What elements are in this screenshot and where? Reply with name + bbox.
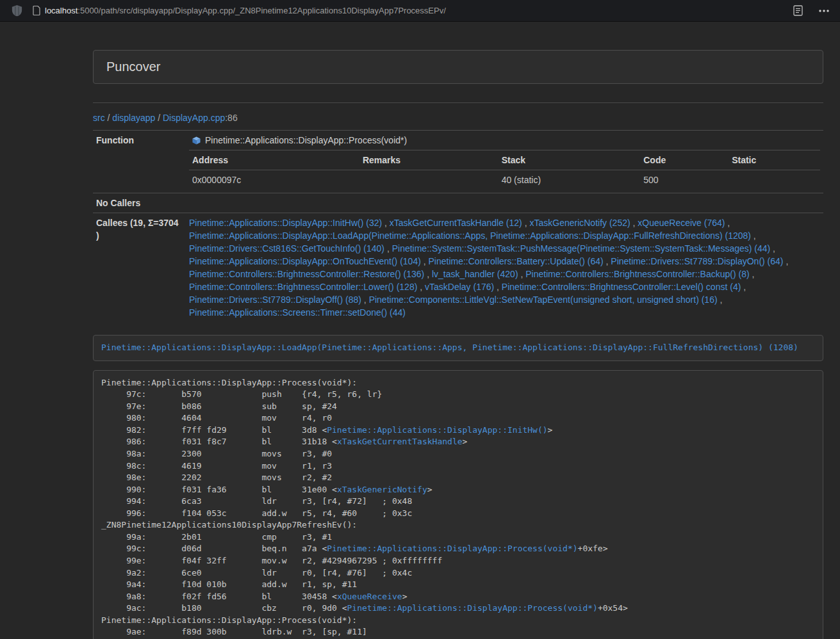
disassembly: Pinetime::Applications::DisplayApp::Proc… xyxy=(93,370,823,639)
address-value: 0x0000097c xyxy=(189,170,359,190)
separator: , xyxy=(750,269,755,279)
toolbar-actions xyxy=(793,5,830,16)
separator: , xyxy=(361,295,369,305)
callee-link[interactable]: Pinetime::Drivers::Cst816S::GetTouchInfo… xyxy=(189,243,384,254)
function-name: Pinetime::Applications::DisplayApp::Proc… xyxy=(205,134,407,147)
app-title-box: Puncover xyxy=(93,50,823,84)
separator: , xyxy=(741,282,746,292)
callee-link[interactable]: Pinetime::Controllers::Battery::Update()… xyxy=(429,256,604,266)
no-callers-row: No Callers xyxy=(93,193,823,213)
code-symbol-link[interactable]: xTaskGetCurrentTaskHandle xyxy=(337,437,463,446)
callee-link[interactable]: vTaskDelay (176) xyxy=(425,282,494,292)
stack-value: 40 (static) xyxy=(498,170,641,190)
code-symbol-link[interactable]: Pinetime::Applications::DisplayApp::Init… xyxy=(327,425,547,435)
callee-link[interactable]: xQueueReceive (764) xyxy=(638,218,725,228)
overflow-menu-icon[interactable] xyxy=(818,9,830,13)
function-row: Function Pinetime::Applications::Display… xyxy=(93,131,823,193)
callee-link[interactable]: Pinetime::Applications::Screens::Timer::… xyxy=(189,307,406,318)
separator: , xyxy=(417,282,425,292)
callee-link[interactable]: Pinetime::Controllers::BrightnessControl… xyxy=(502,282,741,292)
callee-link[interactable]: Pinetime::Controllers::BrightnessControl… xyxy=(189,269,424,279)
snippet-link[interactable]: Pinetime::Applications::DisplayApp::Load… xyxy=(101,343,798,352)
separator: , xyxy=(751,231,756,241)
column-address: Address xyxy=(189,150,359,170)
callee-link[interactable]: Pinetime::Drivers::St7789::DisplayOff() … xyxy=(189,295,361,305)
function-label: Function xyxy=(93,131,186,193)
function-table: Function Pinetime::Applications::Display… xyxy=(93,130,823,322)
page-title: Puncover xyxy=(106,60,161,74)
code-symbol-link[interactable]: xQueueReceive xyxy=(337,592,402,601)
main-content: Puncover src / displayapp / DisplayApp.c… xyxy=(93,22,823,639)
separator: , xyxy=(770,243,775,254)
url-path: :5000/path/src/displayapp/DisplayApp.cpp… xyxy=(78,6,446,15)
code-symbol-link[interactable]: xTaskGenericNotify xyxy=(337,485,427,494)
shield-icon[interactable] xyxy=(12,4,22,17)
callees-row: Callees (19, Σ=3704 ) Pinetime::Applicat… xyxy=(93,213,823,323)
stats-header-row: Address Remarks Stack Code Static xyxy=(189,150,820,170)
column-stack: Stack xyxy=(498,150,641,170)
callee-link[interactable]: Pinetime::System::SystemTask::PushMessag… xyxy=(392,243,771,254)
remarks-value xyxy=(359,170,498,190)
separator: , xyxy=(494,282,502,292)
column-static: Static xyxy=(729,150,820,170)
stats-value-row: 0x0000097c 40 (static) 500 xyxy=(189,170,820,190)
separator: , xyxy=(421,256,429,266)
callee-link[interactable]: Pinetime::Applications::DisplayApp::OnTo… xyxy=(189,256,421,266)
no-callers-label: No Callers xyxy=(93,193,186,213)
callee-link[interactable]: lv_task_handler (420) xyxy=(432,269,518,279)
code-symbol-link[interactable]: Pinetime::Applications::DisplayApp::Proc… xyxy=(327,544,577,553)
breadcrumb-link[interactable]: displayapp xyxy=(112,113,155,123)
divider xyxy=(93,102,823,103)
breadcrumb-link[interactable]: src xyxy=(93,113,105,123)
separator: , xyxy=(424,269,432,279)
browser-chrome: localhost:5000/path/src/displayapp/Displ… xyxy=(0,0,840,22)
breadcrumb: src / displayapp / DisplayApp.cpp:86 xyxy=(93,111,823,124)
column-code: Code xyxy=(640,150,729,170)
callee-link[interactable]: Pinetime::Drivers::St7789::DisplayOn() (… xyxy=(611,256,783,266)
static-value xyxy=(729,170,820,190)
callees-list: Pinetime::Applications::DisplayApp::Init… xyxy=(186,213,823,323)
url-host: localhost xyxy=(45,6,78,15)
separator: , xyxy=(518,269,526,279)
callee-link[interactable]: Pinetime::Applications::DisplayApp::Load… xyxy=(189,231,751,241)
separator: :86 xyxy=(225,113,237,123)
callee-link[interactable]: Pinetime::Applications::DisplayApp::Init… xyxy=(189,218,382,228)
method-icon xyxy=(192,136,201,145)
separator: / xyxy=(105,113,113,123)
code-value: 500 xyxy=(640,170,729,190)
separator: , xyxy=(718,295,723,305)
snippet-box: Pinetime::Applications::DisplayApp::Load… xyxy=(93,335,823,361)
function-header: Pinetime::Applications::DisplayApp::Proc… xyxy=(189,134,820,150)
function-stats-table: Address Remarks Stack Code Static 0x0000… xyxy=(189,150,820,190)
callee-link[interactable]: Pinetime::Controllers::BrightnessControl… xyxy=(189,282,417,292)
separator: , xyxy=(784,256,789,266)
callee-link[interactable]: Pinetime::Controllers::BrightnessControl… xyxy=(525,269,749,279)
separator: , xyxy=(604,256,611,266)
separator: / xyxy=(155,113,163,123)
separator: , xyxy=(384,243,392,254)
page-icon xyxy=(33,6,40,15)
no-callers-empty-cell xyxy=(186,193,823,213)
column-remarks: Remarks xyxy=(359,150,498,170)
reader-mode-icon[interactable] xyxy=(793,5,803,16)
url-bar[interactable]: localhost:5000/path/src/displayapp/Displ… xyxy=(33,6,793,15)
separator: , xyxy=(522,218,530,228)
callees-label: Callees (19, Σ=3704 ) xyxy=(93,213,186,323)
separator: , xyxy=(630,218,638,228)
callee-link[interactable]: Pinetime::Components::LittleVgl::SetNewT… xyxy=(369,295,718,305)
separator: , xyxy=(382,218,390,228)
callee-link[interactable]: xTaskGetCurrentTaskHandle (12) xyxy=(390,218,522,228)
callee-link[interactable]: xTaskGenericNotify (252) xyxy=(529,218,630,228)
code-symbol-link[interactable]: Pinetime::Applications::DisplayApp::Proc… xyxy=(347,603,598,613)
breadcrumb-link[interactable]: DisplayApp.cpp xyxy=(163,113,225,123)
separator: , xyxy=(725,218,730,228)
